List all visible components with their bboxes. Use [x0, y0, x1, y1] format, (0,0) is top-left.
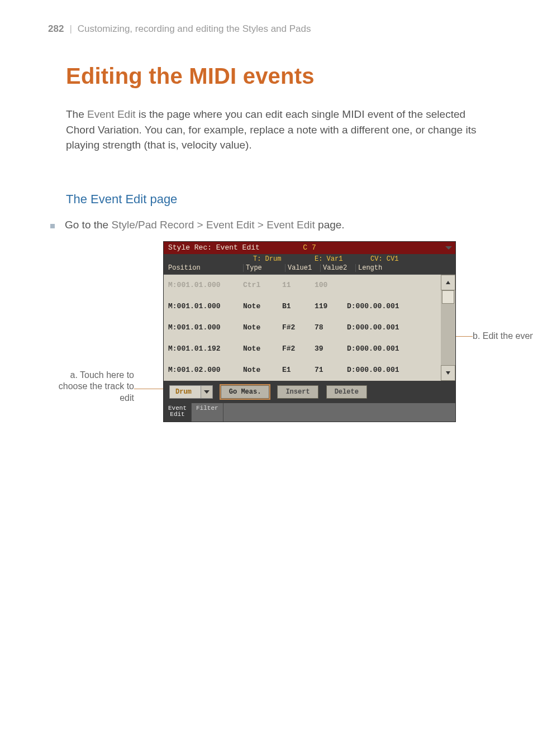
step-pre: Go to the: [65, 219, 111, 231]
track-dropdown[interactable]: Drum: [169, 385, 213, 399]
info-row: T: Drum E: Var1 CV: CV1: [164, 254, 455, 263]
page-title: Editing the MIDI events: [66, 64, 485, 89]
window-title: Style Rec: Event Edit: [168, 243, 260, 252]
callout-a-connector: [134, 389, 163, 389]
separator: |: [69, 23, 72, 35]
cell-value1[interactable]: B1: [282, 302, 315, 310]
scroll-thumb[interactable]: [442, 290, 454, 304]
tab-bar: Event Edit Filter: [164, 403, 455, 422]
table-row[interactable]: M:001.01.000 Note F#2 78 D:000.00.001: [164, 317, 455, 338]
cell-value2[interactable]: 119: [315, 302, 347, 310]
cell-value2[interactable]: 78: [315, 323, 347, 332]
cell-length[interactable]: D:000.00.001: [347, 344, 455, 353]
tab-event-edit[interactable]: Event Edit: [164, 403, 192, 422]
cell-position[interactable]: M:001.01.000: [168, 323, 243, 332]
running-head: 282 | Customizing, recording and editing…: [48, 23, 485, 35]
tab-label-line2: Edit: [168, 412, 187, 418]
page-number: 282: [48, 23, 64, 35]
step-post: page.: [315, 219, 345, 231]
tab-filter[interactable]: Filter: [192, 403, 223, 422]
window-titlebar: Style Rec: Event Edit C 7: [164, 242, 455, 254]
scroll-up-button[interactable]: [441, 275, 455, 290]
step-keyword: Style/Pad Record > Event Edit > Event Ed…: [111, 219, 315, 231]
cell-length[interactable]: D:000.00.001: [347, 302, 455, 310]
scroll-down-button[interactable]: [441, 365, 455, 381]
col-length: Length: [355, 264, 455, 272]
cell-value1[interactable]: F#2: [282, 323, 315, 332]
delete-button[interactable]: Delete: [326, 385, 367, 399]
tab-label-line1: Event: [168, 405, 187, 412]
device-screenshot: Style Rec: Event Edit C 7 T: Drum E: Var…: [163, 241, 456, 422]
col-value1: Value1: [285, 264, 320, 272]
callout-b-connector: [455, 336, 473, 337]
cell-value1[interactable]: 11: [282, 281, 315, 289]
cell-value1[interactable]: E1: [282, 366, 315, 374]
chevron-down-icon: [201, 386, 212, 398]
info-track: T: Drum: [253, 255, 315, 263]
menu-icon[interactable]: [445, 246, 452, 250]
cell-position[interactable]: M:001.01.000: [168, 302, 243, 310]
callout-b: b. Edit the events: [473, 331, 533, 342]
cell-value1[interactable]: F#2: [282, 344, 315, 353]
info-element: E: Var1: [315, 255, 370, 263]
table-row[interactable]: M:001.01.000 Note B1 119 D:000.00.001: [164, 296, 455, 317]
cell-position[interactable]: M:001.01.192: [168, 344, 243, 353]
cell-type[interactable]: Note: [243, 366, 282, 374]
table-row[interactable]: M:001.02.000 Note E1 71 D:000.00.001: [164, 360, 455, 381]
bullet-icon: [50, 224, 55, 228]
col-value2: Value2: [320, 264, 355, 272]
cell-position[interactable]: M:001.01.000: [168, 281, 243, 289]
chevron-down-icon: [445, 370, 451, 376]
cell-type[interactable]: Ctrl: [243, 281, 282, 289]
cell-type[interactable]: Note: [243, 302, 282, 310]
table-row[interactable]: M:001.01.192 Note F#2 39 D:000.00.001: [164, 338, 455, 360]
step-row: Go to the Style/Pad Record > Event Edit …: [50, 219, 485, 231]
info-cv: CV: CV1: [370, 255, 455, 263]
svg-marker-1: [446, 371, 450, 375]
cell-length[interactable]: D:000.00.001: [347, 366, 455, 374]
cell-type[interactable]: Note: [243, 323, 282, 332]
cell-value2[interactable]: 71: [315, 366, 347, 374]
insert-button[interactable]: Insert: [277, 385, 318, 399]
callout-a: a. Touch here to choose the track to edi…: [48, 370, 134, 404]
event-grid[interactable]: M:001.01.000 Ctrl 11 100 M:001.01.000 No…: [164, 275, 455, 381]
intro-pre: The: [66, 108, 87, 120]
svg-marker-0: [446, 281, 450, 284]
tab-label: Filter: [196, 405, 218, 412]
step-text: Go to the Style/Pad Record > Event Edit …: [65, 219, 345, 231]
track-dropdown-label: Drum: [170, 388, 201, 396]
cell-length[interactable]: D:000.00.001: [347, 323, 455, 332]
cell-value2[interactable]: 100: [315, 281, 347, 289]
button-bar: Drum Go Meas. Insert Delete: [164, 381, 455, 403]
col-type: Type: [243, 264, 285, 272]
grid-header: Position Type Value1 Value2 Length: [164, 263, 455, 275]
go-meas-button[interactable]: Go Meas.: [221, 385, 270, 399]
chord-indicator: C 7: [303, 243, 316, 252]
scrollbar[interactable]: [441, 275, 455, 381]
section-title: Customizing, recording and editing the S…: [78, 23, 311, 35]
col-position: Position: [168, 264, 243, 272]
table-row[interactable]: M:001.01.000 Ctrl 11 100: [164, 275, 455, 296]
intro-paragraph: The Event Edit is the page where you can…: [66, 107, 485, 153]
cell-position[interactable]: M:001.02.000: [168, 366, 243, 374]
cell-value2[interactable]: 39: [315, 344, 347, 353]
sub-heading: The Event Edit page: [66, 192, 485, 207]
cell-type[interactable]: Note: [243, 344, 282, 353]
intro-keyword: Event Edit: [87, 108, 136, 120]
chevron-up-icon: [445, 280, 451, 285]
